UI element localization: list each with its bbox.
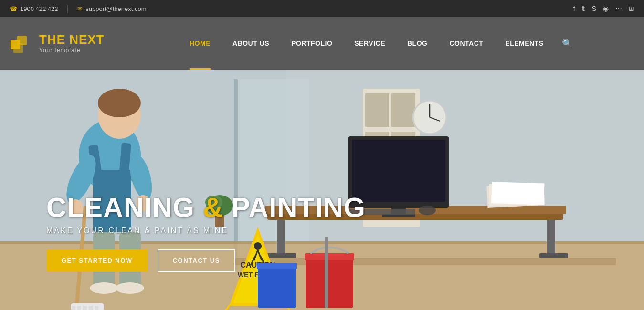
header: THE NEXT Your template HOME ABOUT US POR…	[0, 17, 644, 70]
nav-blog[interactable]: BLOG	[399, 17, 436, 70]
email-address: support@thenext.com	[85, 5, 146, 12]
hero-section: CAUTION WET FLOOR CLEANING & PAINTING MA…	[0, 70, 644, 310]
svg-rect-14	[391, 93, 415, 127]
nav-home[interactable]: HOME	[181, 17, 219, 70]
twitter-icon[interactable]: 𝕥	[582, 5, 585, 12]
nav-portfolio[interactable]: PORTFOLIO	[283, 17, 341, 70]
hero-buttons: GET STARTED NOW CONTACT US	[46, 249, 366, 272]
svg-rect-55	[77, 306, 81, 310]
logo-text: THE NEXT Your template	[39, 33, 105, 53]
skype-icon[interactable]: S	[592, 5, 596, 12]
svg-rect-54	[72, 306, 75, 310]
logo-next: NEXT	[69, 32, 104, 47]
hero-subtitle: MAKE YOUR CLEAN & PAINT AS MINE	[46, 227, 366, 235]
nav-contact[interactable]: CONTACT	[441, 17, 492, 70]
svg-rect-2	[13, 43, 23, 53]
logo[interactable]: THE NEXT Your template	[10, 31, 105, 56]
get-started-button[interactable]: GET STARTED NOW	[46, 249, 148, 272]
phone-info: ☎ 1900 422 422	[10, 5, 58, 12]
main-nav: HOME ABOUT US PORTFOLIO SERVICE BLOG CON…	[124, 17, 634, 70]
phone-number: 1900 422 422	[20, 5, 58, 12]
contact-info: ☎ 1900 422 422 | ✉ support@thenext.com	[10, 4, 147, 14]
email-info: ✉ support@thenext.com	[77, 5, 146, 12]
svg-rect-53	[71, 303, 104, 310]
social-links: f 𝕥 S ◉ ⋯ ⊞	[573, 5, 634, 12]
svg-point-40	[98, 89, 141, 117]
logo-name: THE NEXT	[39, 33, 105, 46]
phone-icon: ☎	[10, 5, 17, 12]
svg-rect-58	[95, 306, 98, 310]
facebook-icon[interactable]: f	[573, 5, 575, 12]
svg-rect-25	[539, 253, 568, 258]
nav-about[interactable]: ABOUT US	[224, 17, 278, 70]
logo-the: THE	[39, 32, 69, 47]
contact-us-button[interactable]: CONTACT US	[158, 249, 235, 272]
hero-title-painting: PAINTING	[223, 192, 366, 223]
nav-service[interactable]: SERVICE	[346, 17, 394, 70]
rss-icon[interactable]: ⊞	[629, 5, 634, 12]
svg-point-31	[419, 206, 436, 215]
dribbble-icon[interactable]: ◉	[603, 5, 609, 12]
svg-point-50	[90, 282, 118, 294]
svg-rect-34	[491, 182, 545, 205]
hero-background: CAUTION WET FLOOR	[0, 70, 644, 310]
email-icon: ✉	[77, 5, 83, 12]
hero-title-cleaning: CLEANING	[46, 192, 203, 223]
svg-rect-13	[365, 93, 389, 127]
hero-title-highlight: &	[203, 192, 223, 223]
svg-point-51	[116, 282, 144, 294]
share-icon[interactable]: ⋯	[615, 5, 622, 12]
svg-rect-23	[547, 220, 555, 258]
svg-rect-57	[89, 306, 93, 310]
logo-icon	[10, 31, 34, 56]
hero-content: CLEANING & PAINTING MAKE YOUR CLEAN & PA…	[46, 192, 366, 272]
svg-rect-56	[83, 306, 87, 310]
svg-rect-27	[352, 140, 445, 202]
divider: |	[67, 4, 69, 14]
top-bar: ☎ 1900 422 422 | ✉ support@thenext.com f…	[0, 0, 644, 17]
hero-title: CLEANING & PAINTING	[46, 192, 366, 223]
search-icon[interactable]: 🔍	[557, 38, 577, 49]
logo-tagline: Your template	[39, 47, 105, 53]
nav-elements[interactable]: ELEMENTS	[496, 17, 552, 70]
